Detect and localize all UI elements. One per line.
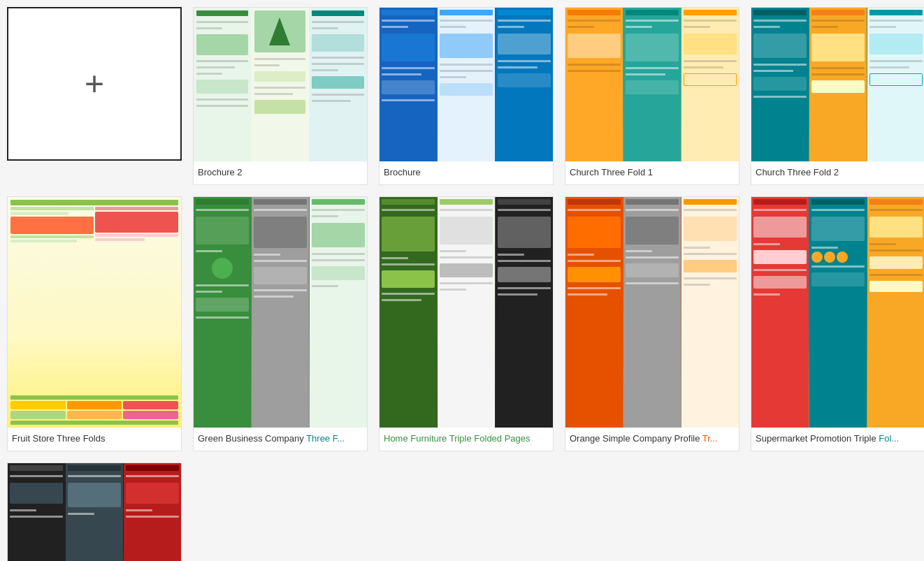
card-brochure2[interactable]: Brochure 2 [193, 7, 368, 185]
card-church2-label: Church Three Fold 2 [751, 161, 924, 184]
card-orange-label: Orange Simple Company Profile Tr... [565, 428, 739, 451]
card-church1[interactable]: Church Three Fold 1 [565, 7, 739, 185]
thumb-brochure [380, 8, 553, 161]
card-brochure[interactable]: Brochure [379, 7, 554, 185]
card-car[interactable]: Car Sales [7, 462, 182, 561]
thumb-greenbiz [194, 197, 367, 428]
thumb-fruit [8, 197, 181, 428]
card-orange[interactable]: Orange Simple Company Profile Tr... [565, 196, 739, 451]
thumb-supermarket [751, 197, 924, 428]
thumb-brochure2 [194, 8, 367, 161]
card-greenbiz-label: Green Business Company Three F... [194, 428, 367, 451]
blank-card-label [7, 161, 182, 183]
card-fruit-label: Fruit Store Three Folds [8, 428, 181, 451]
thumb-furniture [380, 197, 553, 428]
thumb-car [8, 463, 181, 561]
card-fruit[interactable]: Fruit Store Three Folds [7, 196, 182, 451]
card-church1-label: Church Three Fold 1 [565, 161, 739, 184]
card-furniture-label: Home Furniture Triple Folded Pages [380, 428, 553, 451]
plus-icon: + [85, 67, 104, 101]
new-card[interactable]: + [7, 7, 182, 185]
blank-card-thumb[interactable]: + [7, 7, 182, 161]
card-brochure-label: Brochure [380, 161, 553, 184]
card-greenbiz[interactable]: Green Business Company Three F... [193, 196, 368, 451]
thumb-church2 [751, 8, 924, 161]
card-supermarket[interactable]: Supermarket Promotion Triple Fol... [751, 196, 924, 451]
thumb-orange [565, 197, 739, 428]
card-furniture[interactable]: Home Furniture Triple Folded Pages [379, 196, 554, 451]
card-brochure2-label: Brochure 2 [194, 161, 367, 184]
card-supermarket-label: Supermarket Promotion Triple Fol... [751, 428, 924, 451]
card-church2[interactable]: Church Three Fold 2 [751, 7, 924, 185]
thumb-church1 [565, 8, 739, 161]
